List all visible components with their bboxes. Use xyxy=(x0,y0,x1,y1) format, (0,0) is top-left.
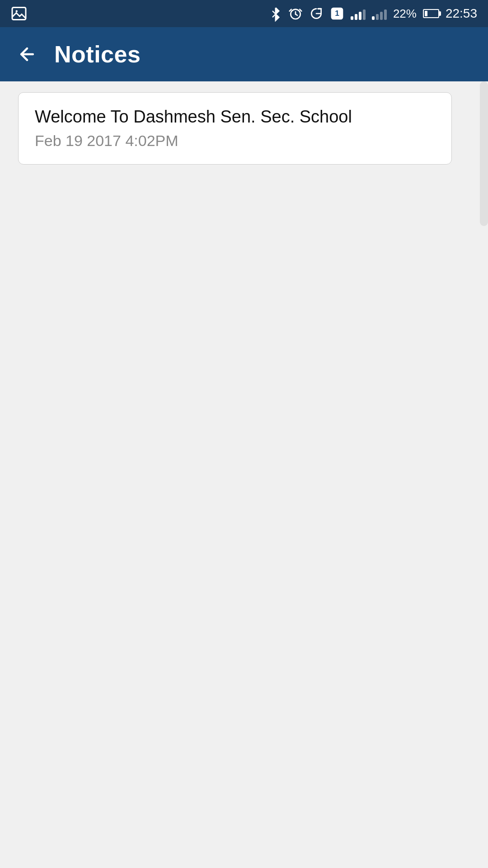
bluetooth-icon xyxy=(269,5,282,22)
status-time: 22:53 xyxy=(446,6,477,21)
gallery-icon xyxy=(11,5,27,22)
svg-rect-0 xyxy=(12,8,26,20)
alarm-icon xyxy=(288,6,303,21)
back-button[interactable] xyxy=(14,41,41,68)
app-bar: Notices xyxy=(0,27,488,81)
scroll-indicator xyxy=(480,81,488,226)
content-area: Welcome To Dashmesh Sen. Sec. School Feb… xyxy=(0,81,488,868)
sync-icon xyxy=(309,6,324,21)
notification-badge-icon: 1 xyxy=(330,6,344,21)
notice-timestamp: Feb 19 2017 4:02PM xyxy=(35,132,435,150)
battery-percent: 22% xyxy=(393,7,417,21)
notice-title: Welcome To Dashmesh Sen. Sec. School xyxy=(35,107,435,127)
network-signal-icon xyxy=(372,7,387,20)
svg-point-1 xyxy=(16,10,18,13)
status-bar-right: 1 22% 22:53 xyxy=(269,5,477,22)
page-title: Notices xyxy=(54,41,141,68)
notice-card[interactable]: Welcome To Dashmesh Sen. Sec. School Feb… xyxy=(18,92,452,165)
svg-text:1: 1 xyxy=(335,9,339,18)
status-bar-left xyxy=(11,5,27,22)
svg-line-6 xyxy=(296,14,297,15)
signal-bars-icon xyxy=(351,7,366,20)
battery-icon xyxy=(423,9,439,18)
status-bar: 1 22% 22:53 xyxy=(0,0,488,27)
